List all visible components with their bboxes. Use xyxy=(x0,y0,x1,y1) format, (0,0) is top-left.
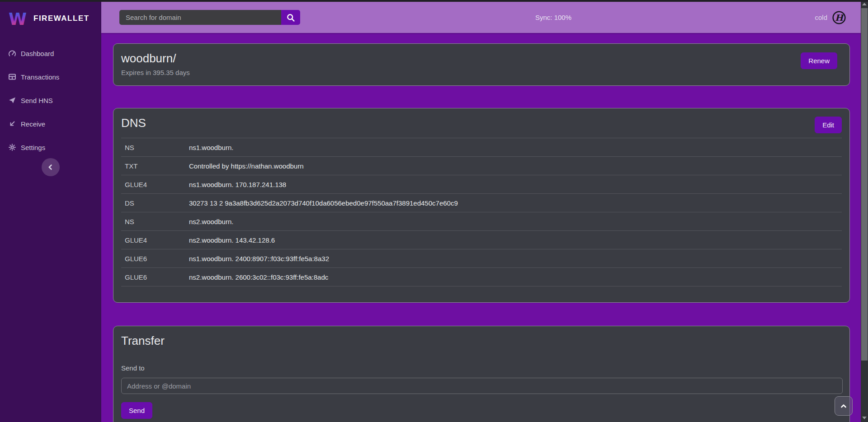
dns-record-type: GLUE6 xyxy=(121,273,189,281)
sidebar-item-transactions[interactable]: Transactions xyxy=(0,65,101,89)
sidebar-item-dashboard[interactable]: Dashboard xyxy=(0,42,101,65)
sidebar-collapse-button[interactable] xyxy=(42,158,60,176)
brand[interactable]: W FIREWALLET xyxy=(0,2,101,30)
handshake-logo: H xyxy=(832,10,846,25)
sidebar-item-label: Send HNS xyxy=(21,97,53,104)
dns-title: DNS xyxy=(121,116,842,130)
renew-button[interactable]: Renew xyxy=(801,52,837,69)
scroll-to-top-button[interactable] xyxy=(835,396,853,416)
settings-icon xyxy=(8,144,16,151)
sync-status: Sync: 100% xyxy=(535,2,571,33)
sidebar-item-label: Dashboard xyxy=(21,50,54,57)
dns-record-row: DS 30273 13 2 9a3a8fb3d625d2a2073d740f10… xyxy=(121,194,842,212)
dns-records-table: NS ns1.woodburn. TXT Controlled by https… xyxy=(121,138,842,286)
scrollbar-thumb[interactable] xyxy=(861,8,868,361)
dns-record-row: GLUE4 ns2.woodburn. 143.42.128.6 xyxy=(121,231,842,249)
edit-dns-button[interactable]: Edit xyxy=(815,117,842,133)
dns-record-row: GLUE6 ns2.woodburn. 2600:3c02::f03c:93ff… xyxy=(121,268,842,286)
send-transfer-button[interactable]: Send xyxy=(121,402,152,419)
topbar: Sync: 100% cold H xyxy=(101,2,861,33)
chevron-left-icon xyxy=(46,163,55,172)
sidebar: W FIREWALLET Dashboard Transactions xyxy=(0,2,101,422)
page-title: woodburn/ xyxy=(121,52,842,66)
wallet-name: cold xyxy=(815,14,827,21)
dns-record-value: ns1.woodburn. 2400:8907::f03c:93ff:fe5a:… xyxy=(189,255,329,263)
svg-text:W: W xyxy=(9,9,27,28)
dashboard-icon xyxy=(8,50,16,57)
sidebar-item-label: Transactions xyxy=(21,73,59,81)
domain-expiry: Expires in 395.35 days xyxy=(121,69,842,76)
dns-record-row: NS ns1.woodburn. xyxy=(121,138,842,157)
sidebar-item-send-hns[interactable]: Send HNS xyxy=(0,89,101,112)
sidebar-item-label: Settings xyxy=(21,144,45,151)
svg-text:H: H xyxy=(835,12,844,22)
dns-record-value: Controlled by https://nathan.woodburn xyxy=(189,162,304,170)
dns-record-row: GLUE6 ns1.woodburn. 2400:8907::f03c:93ff… xyxy=(121,249,842,268)
transactions-icon xyxy=(8,73,16,81)
dns-record-value: ns2.woodburn. xyxy=(189,218,233,225)
main-content: woodburn/ Expires in 395.35 days Renew D… xyxy=(101,33,861,422)
dns-record-type: GLUE6 xyxy=(121,255,189,263)
scrollbar-down-arrow-icon[interactable] xyxy=(862,417,867,419)
receive-icon xyxy=(8,120,16,128)
dns-record-type: NS xyxy=(121,218,189,225)
send-to-label: Send to xyxy=(121,364,842,372)
firewallet-w-logo: W xyxy=(7,9,28,28)
chevron-up-icon xyxy=(839,402,848,411)
transfer-address-input[interactable] xyxy=(121,378,843,394)
domain-search xyxy=(119,10,300,25)
sidebar-item-receive[interactable]: Receive xyxy=(0,112,101,136)
window-top-edge xyxy=(0,0,868,2)
dns-record-value: 30273 13 2 9a3a8fb3d625d2a2073d740f10da6… xyxy=(189,199,458,207)
sidebar-item-label: Receive xyxy=(21,120,45,128)
dns-record-type: NS xyxy=(121,144,189,151)
dns-record-type: GLUE4 xyxy=(121,181,189,188)
search-input[interactable] xyxy=(119,10,281,25)
app-title: FIREWALLET xyxy=(33,14,90,23)
transfer-title: Transfer xyxy=(121,334,842,348)
send-icon xyxy=(8,97,16,104)
search-icon xyxy=(286,13,295,22)
dns-record-type: GLUE4 xyxy=(121,236,189,244)
dns-record-value: ns1.woodburn. 170.187.241.138 xyxy=(189,181,286,188)
wallet-selector[interactable]: cold H xyxy=(815,2,846,33)
sidebar-nav: Dashboard Transactions Send HNS xyxy=(0,42,101,159)
sidebar-item-settings[interactable]: Settings xyxy=(0,136,101,159)
dns-record-row: TXT Controlled by https://nathan.woodbur… xyxy=(121,157,842,175)
dns-record-type: TXT xyxy=(121,162,189,170)
dns-record-row: GLUE4 ns1.woodburn. 170.187.241.138 xyxy=(121,175,842,194)
scrollbar-up-arrow-icon[interactable] xyxy=(862,3,867,5)
dns-record-value: ns2.woodburn. 2600:3c02::f03c:93ff:fe5a:… xyxy=(189,273,328,281)
dns-record-value: ns2.woodburn. 143.42.128.6 xyxy=(189,236,275,244)
scrollbar[interactable] xyxy=(861,0,868,422)
dns-record-type: DS xyxy=(121,199,189,207)
search-button[interactable] xyxy=(281,10,300,25)
dns-card: DNS Edit NS ns1.woodburn. TXT Controlled… xyxy=(113,108,850,303)
dns-record-row: NS ns2.woodburn. xyxy=(121,212,842,231)
transfer-card: Transfer Send to Send xyxy=(113,326,850,422)
dns-record-value: ns1.woodburn. xyxy=(189,144,233,151)
domain-header-card: woodburn/ Expires in 395.35 days Renew xyxy=(113,43,850,86)
